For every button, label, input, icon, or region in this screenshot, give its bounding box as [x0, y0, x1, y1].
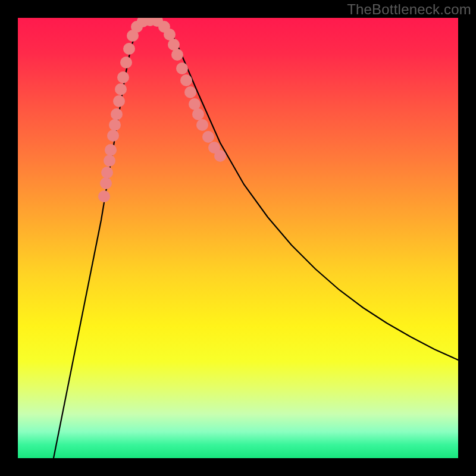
highlight-dot	[184, 86, 196, 98]
bottleneck-curve	[54, 19, 458, 458]
highlight-dot	[98, 190, 110, 202]
highlight-dot	[104, 155, 115, 167]
watermark-text: TheBottleneck.com	[347, 1, 471, 18]
highlight-dot	[111, 108, 123, 120]
curve-svg	[18, 18, 458, 458]
highlight-dot	[176, 62, 188, 74]
highlight-dot	[113, 95, 125, 107]
chart-frame: TheBottleneck.com	[0, 0, 476, 476]
highlight-dot	[196, 119, 208, 131]
highlight-dot	[117, 71, 129, 83]
highlight-dot	[105, 144, 117, 156]
highlight-dot	[101, 167, 113, 178]
highlight-dot	[171, 49, 183, 61]
highlight-dot	[214, 150, 226, 162]
highlight-dot	[180, 74, 192, 86]
highlight-dot	[109, 119, 121, 131]
highlight-dots	[98, 18, 226, 202]
highlight-dot	[115, 83, 127, 95]
highlight-dot	[202, 131, 214, 143]
highlight-dot	[189, 98, 201, 110]
highlight-dot	[192, 108, 204, 120]
highlight-dot	[168, 39, 180, 51]
highlight-dot	[107, 130, 119, 142]
plot-area	[18, 18, 458, 458]
highlight-dot	[120, 57, 132, 68]
highlight-dot	[100, 177, 112, 189]
highlight-dot	[123, 43, 135, 55]
